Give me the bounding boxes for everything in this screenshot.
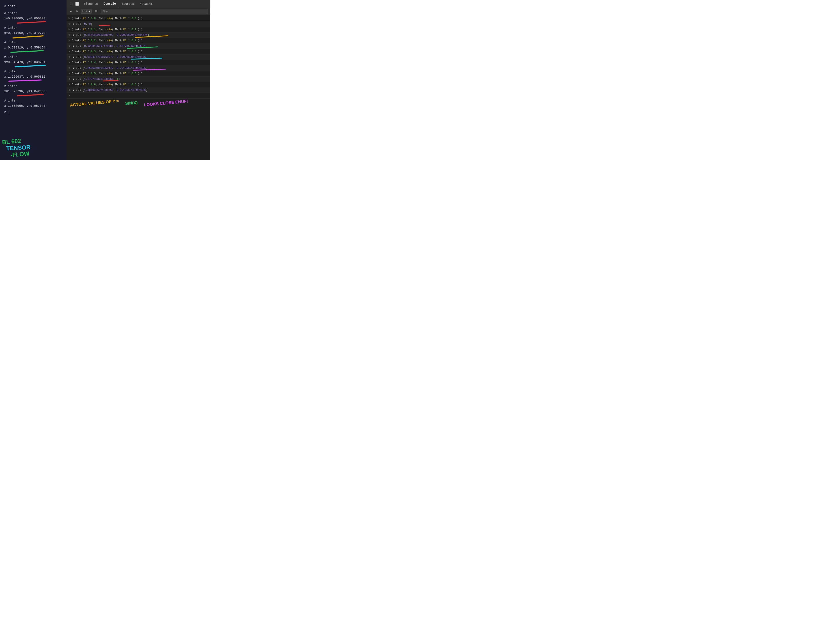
console-row-8: > [ Math.PI * 0.4, Math.sin( Math.PI * 0… — [67, 60, 210, 65]
console-row-7: <· ▶ (2) [0.9424777960769379, 0.80901699… — [67, 54, 210, 60]
line-infer-4: # infer — [4, 54, 62, 60]
graffiti-right: ACTUAL VALUES OF Y = SIN(X) LOOKS CLOSE … — [67, 99, 210, 108]
tab-sources[interactable]: Sources — [119, 1, 136, 7]
tab-network[interactable]: Network — [137, 1, 154, 7]
arrow-right-12: > — [68, 83, 70, 87]
console-row-4: > [ Math.PI * 0.2, Math.sin( Math.PI * 0… — [67, 38, 210, 43]
graffiti-sinx: SIN(X) — [125, 100, 138, 106]
console-row-11: <· ▶ (2) [1.5707963267948966, 1] — [67, 76, 210, 82]
arrow-right-bottom: > — [68, 94, 70, 97]
console-row-12: > [ Math.PI * 0.6, Math.sin( Math.PI * 0… — [67, 82, 210, 87]
arrow-left-9: <· — [68, 66, 71, 70]
console-row-9: <· ▶ (2) [1.2566370614359172, 0.95105651… — [67, 65, 210, 71]
value-1: x=0.000000, y=0.000000 — [4, 16, 62, 21]
stroke-red-2 — [17, 94, 44, 96]
console-toolbar: ▶ ⊘ top ▼ 👁 — [67, 8, 210, 15]
line-infer-7: # infer — [4, 98, 62, 103]
graffiti-flow: -FLOW — [10, 150, 31, 159]
value-7: x=1.884956, y=0.957340 — [4, 103, 62, 109]
arrow-right-4: > — [68, 39, 70, 43]
stroke-magenta-1 — [8, 79, 41, 82]
block-icon[interactable]: ⊘ — [74, 9, 79, 14]
arrow-right-8: > — [68, 61, 70, 65]
console-row-3: <· ▶ (2) [0.3141592653589793, 0.30901699… — [67, 32, 210, 38]
console-row-1: <· ▶ (2) [0, 0] — [67, 21, 210, 27]
stroke-red-1 — [17, 21, 46, 24]
left-panel: # init # infer x=0.000000, y=0.000000 # … — [0, 0, 67, 160]
devtools-panel: ⬚ ⬜ Elements Console Sources Network ▶ ⊘… — [67, 0, 210, 160]
play-icon[interactable]: ▶ — [69, 9, 73, 14]
value-4: x=0.942478, y=0.838731 — [4, 60, 62, 65]
graffiti-left: BL 602 TENSOR -FLOW — [2, 138, 30, 158]
cursor-icon[interactable]: ⬚ — [69, 1, 73, 7]
console-output: > [ Math.PI * 0.0, Math.sin( Math.PI * 0… — [67, 15, 210, 160]
arrow-right-0: > — [68, 17, 70, 21]
stroke-cyan-1 — [14, 65, 46, 67]
arrow-right-10: > — [68, 72, 70, 76]
value-3: x=0.628319, y=0.559154 — [4, 45, 62, 51]
line-prompt: # | — [4, 110, 62, 115]
console-row-6: > [ Math.PI * 0.3, Math.sin( Math.PI * 0… — [67, 49, 210, 54]
line-init: # init — [4, 4, 62, 9]
underline-red-0 — [99, 25, 110, 26]
line-infer-3: # infer — [4, 40, 62, 45]
line-infer-5: # infer — [4, 69, 62, 75]
value-2: x=0.314159, y=0.372770 — [4, 30, 62, 36]
graffiti-looks-close: LOOKS CLOSE ENUF! — [144, 99, 188, 107]
line-infer-6: # infer — [4, 84, 62, 89]
line-infer-1: # infer — [4, 11, 62, 16]
tab-console[interactable]: Console — [101, 1, 119, 7]
console-row-5: <· ▶ (2) [0.6283185307179586, 0.58778525… — [67, 43, 210, 49]
context-selector[interactable]: top ▼ — [81, 9, 92, 14]
arrow-left-7: <· — [68, 55, 71, 59]
console-row-bottom: > — [67, 93, 210, 99]
left-code-block: # init # infer x=0.000000, y=0.000000 # … — [4, 4, 62, 115]
arrow-right-6: > — [68, 50, 70, 54]
devtools-tabbar: ⬚ ⬜ Elements Console Sources Network — [67, 0, 210, 8]
console-row-0: > [ Math.PI * 0.0, Math.sin( Math.PI * 0… — [67, 16, 210, 21]
tab-elements[interactable]: Elements — [81, 1, 100, 7]
arrow-left-1: <· — [68, 22, 71, 26]
arrow-left-3: <· — [68, 33, 71, 37]
filter-input[interactable] — [101, 9, 208, 14]
eye-icon[interactable]: 👁 — [94, 9, 99, 14]
console-row-10: > [ Math.PI * 0.5, Math.sin( Math.PI * 0… — [67, 71, 210, 76]
arrow-right-2: > — [68, 28, 70, 32]
arrow-left-13: <· — [68, 88, 71, 92]
console-row-2: > [ Math.PI * 0.1, Math.sin( Math.PI * 0… — [67, 27, 210, 32]
graffiti-actual-values: ACTUAL VALUES OF Y = — [70, 99, 119, 107]
arrow-left-5: <· — [68, 44, 71, 48]
inspect-icon[interactable]: ⬜ — [74, 1, 81, 7]
console-row-13: <· ▶ (2) [1.8849555921538759, 0.95105651… — [67, 87, 210, 93]
arrow-left-11: <· — [68, 77, 71, 81]
value-6: x=1.570796, y=1.042060 — [4, 89, 62, 94]
line-infer-2: # infer — [4, 25, 62, 31]
value-5: x=1.256637, y=0.965812 — [4, 74, 62, 79]
